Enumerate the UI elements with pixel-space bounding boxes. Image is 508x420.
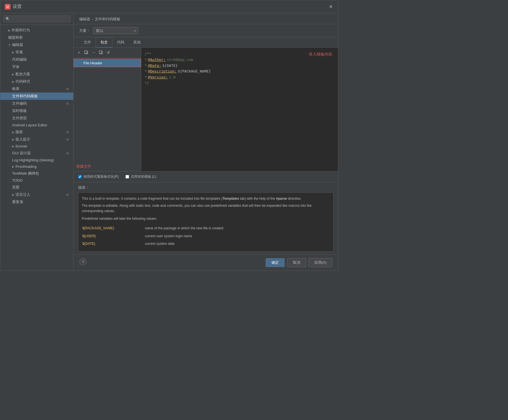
sidebar-item-copyright[interactable]: ▶ 版权 ⊟ <box>0 128 73 136</box>
sidebar-item-lang-injection[interactable]: ▶ 语言注入 ⊟ <box>0 191 73 198</box>
var-desc: name of the package in which the new fil… <box>145 225 329 232</box>
editor-area: + − <box>74 48 338 171</box>
sidebar-item-inlay-hints[interactable]: ▶ 嵌入提示 ⊟ <box>0 136 73 143</box>
expand-icon: ▼ <box>8 43 11 47</box>
sidebar-item-emmet[interactable]: ▶ Emmet <box>0 143 73 149</box>
apply-button[interactable]: 应用(A) <box>308 258 332 267</box>
breadcrumb: 编辑器 › 文件和代码模板 <box>74 13 338 24</box>
template-file-icon <box>77 61 81 65</box>
settings-dialog: U 设置 ✕ ▶ 外观和行为 键盘映射 <box>0 0 338 271</box>
restore-icon <box>99 50 103 54</box>
template-list: + − <box>74 48 141 171</box>
var-name: ${USER} <box>82 233 144 240</box>
help-button[interactable]: ? <box>79 258 87 265</box>
delete-button[interactable]: − <box>90 49 97 56</box>
sidebar-item-keyboard[interactable]: 键盘映射 <box>0 34 73 41</box>
arrow-icon: ▶ <box>8 29 10 32</box>
sidebar-item-textmate[interactable]: TextMate 捆绑包 <box>0 170 73 177</box>
new-file-button[interactable]: 新建文件 <box>74 162 141 171</box>
main-panel: 编辑器 › 文件和代码模板 方案： 默认 项目 文件 包含 代码 其他 <box>74 13 338 271</box>
live-template-checkbox-label[interactable]: 启用实时模板 (L) <box>125 174 156 179</box>
arrow-icon: ▶ <box>12 51 14 54</box>
table-row: ${USER} current user system login name <box>82 233 329 240</box>
restore-button[interactable] <box>98 49 104 56</box>
sidebar-item-appearance[interactable]: ▶ 外观和行为 <box>0 27 73 34</box>
code-line-2: * @Auther: stc66@qq.com <box>145 57 335 63</box>
scheme-select[interactable]: 默认 项目 <box>93 27 138 34</box>
template-toolbar: + − <box>74 48 141 58</box>
title-bar: U 设置 ✕ <box>0 0 338 13</box>
lang-icon: ⊟ <box>66 193 69 197</box>
close-button[interactable]: ✕ <box>328 4 333 10</box>
sidebar-item-code-style[interactable]: ▶ 代码样式 <box>0 78 73 85</box>
sidebar-item-file-encoding[interactable]: 文件编码 ⊟ <box>0 100 73 107</box>
code-editor: 录入模板内容 /** * @Auther: stc66@qq.com * @Da… <box>141 48 338 171</box>
sidebar-item-file-templates[interactable]: 文件和代码模板 <box>0 93 73 100</box>
dialog-title: 设置 <box>13 4 22 10</box>
arrow-icon: ▶ <box>12 131 14 134</box>
sidebar-item-live-templates[interactable]: 实时模板 <box>0 107 73 115</box>
scheme-select-wrapper: 默认 项目 <box>93 27 138 34</box>
sidebar-item-font[interactable]: 字体 <box>0 63 73 71</box>
sidebar-item-inspections[interactable]: 检查 ⊟ <box>0 85 73 93</box>
reset-button[interactable]: ↺ <box>105 49 111 56</box>
sidebar-item-todo[interactable]: TODO <box>0 177 73 184</box>
var-desc: current system date <box>145 240 329 247</box>
live-template-checkbox[interactable] <box>125 175 129 179</box>
sidebar-item-color-scheme[interactable]: ▶ 配色方案 <box>0 71 73 78</box>
table-row: ${DATE} current system date <box>82 240 329 247</box>
sidebar-item-intention[interactable]: 意图 <box>0 184 73 191</box>
sidebar-item-code-editing[interactable]: 代码编辑 <box>0 56 73 63</box>
template-entry-file-header[interactable]: File Header <box>74 59 141 67</box>
sidebar-item-gui-designer[interactable]: GUI 设计器 ⊟ <box>0 149 73 157</box>
content-area: ▶ 外观和行为 键盘映射 ▼ 编辑器 ▶ 常规 <box>0 13 338 271</box>
sidebar-item-log-highlighting[interactable]: Log Highlighting (Ideolog) <box>0 157 73 163</box>
search-bar <box>0 13 73 25</box>
var-desc: current user system login name <box>145 233 329 240</box>
var-name: ${PACKAGE_NAME} <box>82 225 144 232</box>
sidebar-item-editor[interactable]: ▼ 编辑器 <box>0 41 73 49</box>
bottom-options: 按照样式重新格式化(R) 启用实时模板 (L) <box>74 171 338 182</box>
editor-note: 录入模板内容 <box>309 51 332 57</box>
footer: ? 确定 取消 应用(A) <box>74 254 338 271</box>
desc-para-3: Predefined variables will take the follo… <box>82 216 330 221</box>
tab-includes[interactable]: 包含 <box>96 37 112 48</box>
tab-code[interactable]: 代码 <box>112 38 129 48</box>
sidebar: ▶ 外观和行为 键盘映射 ▼ 编辑器 ▶ 常规 <box>0 13 74 271</box>
add-button[interactable]: + <box>76 49 82 56</box>
sidebar-item-android-layout[interactable]: Android Layout Editor <box>0 122 73 128</box>
svg-rect-3 <box>85 51 87 53</box>
search-input[interactable] <box>3 16 70 22</box>
scheme-row: 方案： 默认 项目 <box>74 24 338 37</box>
sidebar-item-file-types[interactable]: 文件类型 <box>0 115 73 122</box>
code-line-1: /** <box>145 51 335 57</box>
sidebar-item-general[interactable]: ▶ 常规 <box>0 49 73 56</box>
svg-rect-5 <box>99 51 102 53</box>
cancel-button[interactable]: 取消 <box>287 258 306 267</box>
ok-button[interactable]: 确定 <box>266 258 285 267</box>
tab-other[interactable]: 其他 <box>129 38 145 48</box>
encoding-icon: ⊟ <box>66 102 69 105</box>
inlay-icon: ⊟ <box>66 138 69 141</box>
code-line-3: * @Date: ${DATE} <box>145 63 335 69</box>
copyright-icon: ⊟ <box>66 130 69 134</box>
template-entries: File Header <box>74 58 141 162</box>
copy-button[interactable] <box>83 49 89 56</box>
description-title: 描述： <box>78 185 333 190</box>
arrow-icon: ▶ <box>12 73 14 76</box>
tabs-row: 文件 包含 代码 其他 <box>74 37 338 48</box>
tab-files[interactable]: 文件 <box>79 38 96 48</box>
desc-para-2: The template is editable. Along with sta… <box>82 203 330 214</box>
app-icon: U <box>5 4 10 10</box>
sidebar-item-duplicate[interactable]: 重复项 <box>0 198 73 206</box>
reformat-checkbox[interactable] <box>78 175 82 179</box>
reformat-checkbox-label[interactable]: 按照样式重新格式化(R) <box>78 174 119 179</box>
code-line-6: */ <box>145 80 335 86</box>
scheme-label: 方案： <box>79 28 90 33</box>
code-line-5: * @Version: 1.0 <box>145 74 335 80</box>
title-bar-left: U 设置 <box>5 4 22 10</box>
sidebar-item-proofreading[interactable]: ▶ Proofreading <box>0 163 73 170</box>
code-line-4: * @Description: ${PACKAGE_NAME} <box>145 69 335 74</box>
desc-para-1: This is a built-in template. It contains… <box>82 196 330 201</box>
arrow-icon: ▶ <box>12 80 14 83</box>
